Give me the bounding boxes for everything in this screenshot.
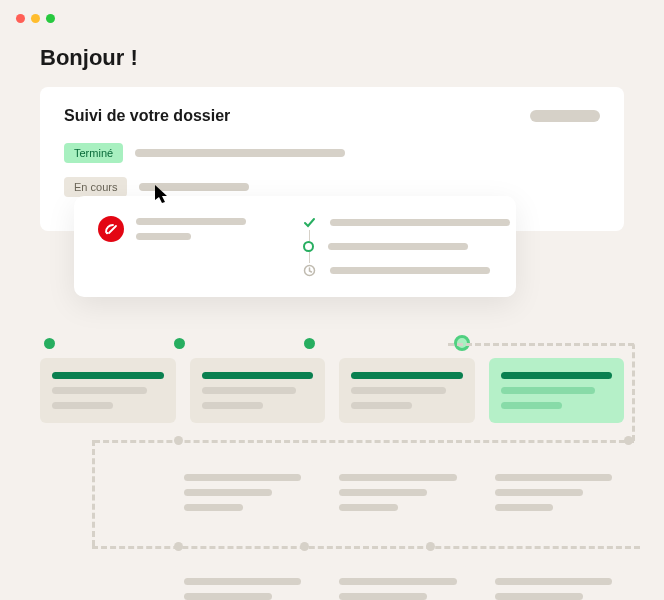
- greeting-title: Bonjour !: [0, 37, 664, 87]
- popup-subtitle-placeholder: [136, 233, 191, 240]
- journey-step-card[interactable]: [40, 358, 176, 423]
- journey-connector-vertical: [92, 440, 95, 546]
- journey-cards-row-2: [172, 460, 624, 525]
- connector-dot: [300, 542, 309, 551]
- status-row-progress[interactable]: En cours: [64, 177, 600, 197]
- timeline-item-current: [303, 241, 510, 252]
- journey-step-card[interactable]: [483, 566, 624, 600]
- journey-step-card[interactable]: [172, 460, 313, 525]
- clock-icon: [303, 264, 316, 277]
- journey-dot: [174, 338, 185, 349]
- journey-connector: [448, 343, 634, 346]
- journey-cards-row-3: [172, 566, 624, 600]
- journey-connector-vertical: [632, 343, 635, 441]
- bank-logo-icon: [98, 216, 124, 242]
- timeline-text-placeholder: [330, 219, 510, 226]
- current-step-icon: [303, 241, 314, 252]
- timeline-item-done: [303, 216, 510, 229]
- journey-step-card-active[interactable]: [489, 358, 625, 423]
- window-close-dot[interactable]: [16, 14, 25, 23]
- window-controls: [0, 0, 664, 37]
- connector-dot: [624, 436, 633, 445]
- journey-step-card[interactable]: [190, 358, 326, 423]
- status-row-done[interactable]: Terminé: [64, 143, 600, 163]
- status-text-placeholder: [135, 149, 345, 157]
- popup-title-placeholder: [136, 218, 246, 225]
- timeline-text-placeholder: [330, 267, 490, 274]
- window-maximize-dot[interactable]: [46, 14, 55, 23]
- connector-dot: [174, 436, 183, 445]
- status-badge-progress: En cours: [64, 177, 127, 197]
- check-icon: [303, 216, 316, 229]
- connector-dot: [174, 542, 183, 551]
- journey-step-card[interactable]: [483, 460, 624, 525]
- status-badge-done: Terminé: [64, 143, 123, 163]
- cursor-pointer-icon: [155, 185, 171, 209]
- timeline-item-pending: [303, 264, 510, 277]
- svg-point-0: [106, 232, 108, 234]
- journey-step-card[interactable]: [327, 566, 468, 600]
- header-placeholder: [530, 110, 600, 122]
- connector-dot: [426, 542, 435, 551]
- window-minimize-dot[interactable]: [31, 14, 40, 23]
- tracking-title: Suivi de votre dossier: [64, 107, 230, 125]
- journey-step-card[interactable]: [339, 358, 475, 423]
- journey-step-card[interactable]: [172, 566, 313, 600]
- journey-step-card[interactable]: [327, 460, 468, 525]
- journey-cards-row-1: [40, 358, 624, 423]
- journey-dot: [44, 338, 55, 349]
- timeline-text-placeholder: [328, 243, 468, 250]
- detail-popup: [74, 196, 516, 297]
- journey-dot: [304, 338, 315, 349]
